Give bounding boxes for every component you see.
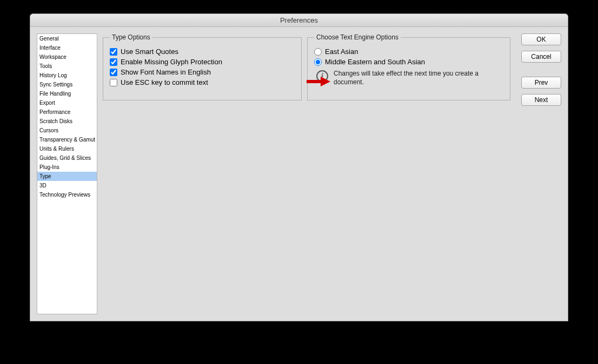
- sidebar-item-tools[interactable]: Tools: [37, 62, 97, 71]
- engine-option-label-0: East Asian: [325, 48, 358, 56]
- type-option-label-2: Show Font Names in English: [121, 68, 211, 76]
- sidebar-item-file-handling[interactable]: File Handling: [37, 89, 97, 98]
- main-area: Type Options Use Smart QuotesEnable Miss…: [103, 33, 561, 314]
- sidebar-item-performance[interactable]: Performance: [37, 107, 97, 117]
- text-engine-group: Choose Text Engine Options East AsianMid…: [307, 33, 510, 100]
- next-button[interactable]: Next: [521, 94, 561, 106]
- sidebar-item-technology-previews[interactable]: Technology Previews: [37, 190, 97, 199]
- type-option-checkbox-0[interactable]: [110, 48, 117, 56]
- engine-option-1[interactable]: Middle Eastern and South Asian: [314, 58, 503, 66]
- engine-option-label-1: Middle Eastern and South Asian: [325, 58, 425, 66]
- sidebar-item-transparency-gamut[interactable]: Transparency & Gamut: [37, 135, 97, 144]
- cancel-button[interactable]: Cancel: [521, 51, 561, 63]
- sidebar-item-general[interactable]: General: [37, 34, 97, 43]
- sidebar-item-plug-ins[interactable]: Plug-Ins: [37, 163, 97, 172]
- type-options-group: Type Options Use Smart QuotesEnable Miss…: [103, 33, 302, 100]
- panels: Type Options Use Smart QuotesEnable Miss…: [103, 33, 516, 100]
- preferences-window: Preferences GeneralInterfaceWorkspaceToo…: [30, 14, 568, 321]
- sidebar-item-3d[interactable]: 3D: [37, 181, 97, 190]
- window-title: Preferences: [30, 14, 568, 27]
- sidebar-item-export[interactable]: Export: [37, 98, 97, 107]
- sidebar-item-guides-grid-slices[interactable]: Guides, Grid & Slices: [37, 153, 97, 163]
- info-row: i Changes will take effect the next time…: [314, 69, 503, 86]
- type-option-checkbox-1[interactable]: [110, 58, 117, 66]
- info-icon: i: [316, 70, 328, 82]
- sidebar-item-cursors[interactable]: Cursors: [37, 126, 97, 135]
- sidebar-item-workspace[interactable]: Workspace: [37, 52, 97, 62]
- category-sidebar: GeneralInterfaceWorkspaceToolsHistory Lo…: [37, 33, 97, 314]
- type-option-label-1: Enable Missing Glyph Protection: [121, 58, 222, 66]
- type-option-label-0: Use Smart Quotes: [121, 48, 178, 56]
- prev-button[interactable]: Prev: [521, 77, 561, 89]
- sidebar-item-interface[interactable]: Interface: [37, 43, 97, 52]
- window-body: GeneralInterfaceWorkspaceToolsHistory Lo…: [30, 27, 568, 321]
- type-option-checkbox-3[interactable]: [110, 79, 117, 86]
- type-option-label-3: Use ESC key to commit text: [121, 78, 208, 86]
- type-options-legend: Type Options: [110, 33, 152, 41]
- type-option-0[interactable]: Use Smart Quotes: [110, 48, 295, 56]
- type-option-3[interactable]: Use ESC key to commit text: [110, 78, 295, 86]
- sidebar-item-scratch-disks[interactable]: Scratch Disks: [37, 117, 97, 126]
- type-option-checkbox-2[interactable]: [110, 69, 117, 76]
- ok-button[interactable]: OK: [521, 33, 561, 45]
- engine-option-0[interactable]: East Asian: [314, 48, 503, 56]
- engine-option-radio-0[interactable]: [314, 48, 322, 56]
- type-option-2[interactable]: Show Font Names in English: [110, 68, 295, 76]
- dialog-buttons: OK Cancel Prev Next: [521, 33, 561, 106]
- engine-option-radio-1[interactable]: [314, 58, 322, 66]
- text-engine-legend: Choose Text Engine Options: [314, 33, 401, 41]
- sidebar-item-type[interactable]: Type: [37, 172, 97, 181]
- type-option-1[interactable]: Enable Missing Glyph Protection: [110, 58, 295, 66]
- sidebar-item-sync-settings[interactable]: Sync Settings: [37, 80, 97, 89]
- info-text: Changes will take effect the next time y…: [334, 69, 503, 86]
- sidebar-item-history-log[interactable]: History Log: [37, 71, 97, 80]
- sidebar-item-units-rulers[interactable]: Units & Rulers: [37, 144, 97, 153]
